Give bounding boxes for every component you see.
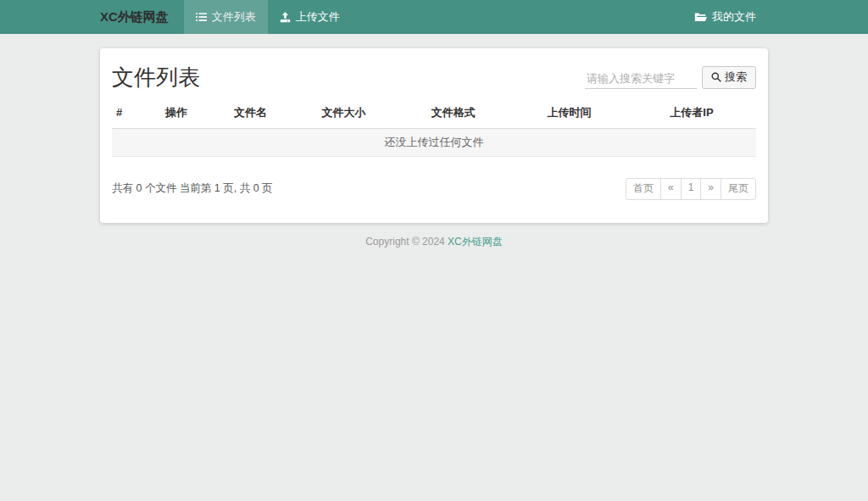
search-input[interactable]: [585, 69, 697, 89]
table-header-row: # 操作 文件名 文件大小 文件格式 上传时间 上传者IP: [112, 99, 756, 129]
column-header-filesize: 文件大小: [292, 99, 396, 129]
pagination-last-button[interactable]: 尾页: [721, 178, 756, 200]
footer-brand-link[interactable]: XC外链网盘: [448, 236, 503, 248]
column-header-upload-time: 上传时间: [511, 99, 627, 129]
column-header-filename: 文件名: [209, 99, 292, 129]
pagination-next-button[interactable]: »: [700, 178, 721, 200]
column-header-format: 文件格式: [395, 99, 511, 129]
folder-icon: [694, 12, 707, 22]
footer: Copyright © 2024 XC外链网盘: [100, 235, 768, 249]
nav-item-label: 文件列表: [212, 9, 256, 25]
search-area: 搜索: [585, 66, 756, 91]
nav-item-upload[interactable]: 上传文件: [268, 0, 352, 34]
empty-row: 还没上传过任何文件: [112, 128, 756, 156]
pagination-prev-button[interactable]: «: [660, 178, 682, 200]
pagination-first-button[interactable]: 首页: [626, 178, 661, 200]
nav-item-label: 我的文件: [712, 9, 756, 25]
search-icon: [711, 72, 721, 82]
file-table: # 操作 文件名 文件大小 文件格式 上传时间 上传者IP 还没上传过任何文件: [112, 99, 756, 157]
column-header-action: 操作: [144, 99, 209, 129]
column-header-index: #: [112, 99, 144, 129]
page-title: 文件列表: [112, 65, 200, 91]
copyright-text: Copyright © 2024: [365, 236, 448, 248]
nav-item-label: 上传文件: [296, 9, 340, 25]
pagination-page-button[interactable]: 1: [681, 178, 702, 200]
list-icon: [196, 12, 207, 22]
file-list-panel: 文件列表 搜索 # 操作 文件名 文件大小 文件格式: [100, 48, 768, 223]
nav-item-my-files[interactable]: 我的文件: [682, 0, 768, 34]
empty-message: 还没上传过任何文件: [112, 128, 756, 156]
search-button-label: 搜索: [725, 70, 747, 85]
search-button[interactable]: 搜索: [702, 66, 756, 89]
upload-icon: [280, 12, 291, 23]
brand-label: XC外链网盘: [100, 9, 169, 25]
navbar: XC外链网盘 文件列表 上传文件 我的文件: [0, 0, 868, 34]
summary-text: 共有 0 个文件 当前第 1 页, 共 0 页: [112, 181, 273, 196]
pagination: 首页 « 1 » 尾页: [626, 178, 756, 200]
brand-link[interactable]: XC外链网盘: [100, 0, 184, 34]
nav-item-file-list[interactable]: 文件列表: [184, 0, 268, 34]
column-header-uploader-ip: 上传者IP: [627, 99, 756, 129]
